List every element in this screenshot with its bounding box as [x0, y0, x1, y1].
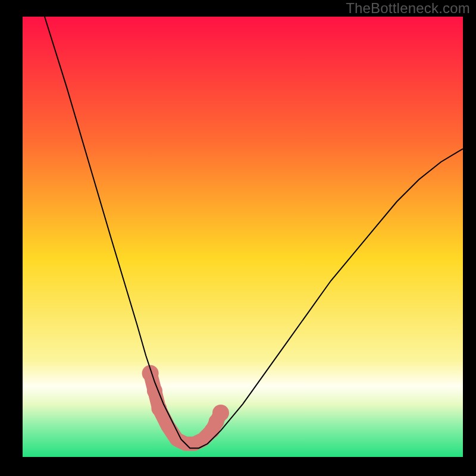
band-bead — [209, 414, 224, 430]
gradient-rect — [23, 17, 463, 457]
chart-frame: TheBottleneck.com — [0, 0, 476, 476]
plot-area — [23, 17, 463, 457]
band-bead — [151, 401, 167, 416]
watermark-text: TheBottleneck.com — [346, 0, 470, 17]
chart-svg — [23, 17, 463, 457]
